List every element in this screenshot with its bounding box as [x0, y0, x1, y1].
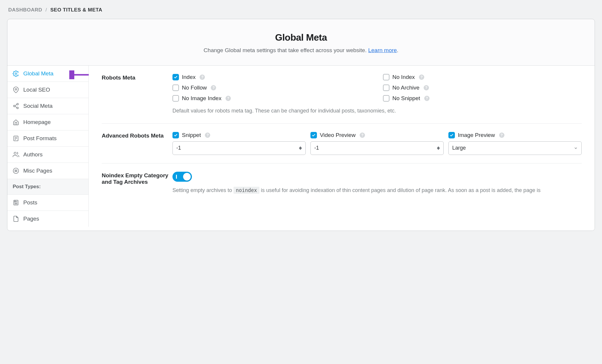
help-icon[interactable]: ? — [499, 133, 504, 138]
page-icon — [13, 216, 19, 222]
stepper-icon[interactable] — [299, 146, 302, 150]
help-icon[interactable]: ? — [205, 133, 210, 138]
checkbox-label: No Snippet — [392, 95, 420, 102]
checkbox-icon — [172, 85, 179, 91]
sidebar-item-label: Local SEO — [23, 87, 50, 93]
sidebar-item-social-meta[interactable]: Social Meta — [7, 98, 88, 114]
help-icon[interactable]: ? — [211, 85, 216, 90]
sidebar-item-label: Post Formats — [23, 135, 57, 142]
learn-more-link[interactable]: Learn more — [368, 47, 397, 53]
snippet-input[interactable]: -1 — [172, 141, 306, 155]
image-preview-select[interactable]: Large — [448, 141, 582, 155]
sidebar-item-authors[interactable]: Authors — [7, 147, 88, 163]
field-value: -1 — [176, 145, 181, 151]
field-value: -1 — [314, 145, 319, 151]
page-subtitle: Change Global meta settings that take ef… — [19, 47, 583, 54]
advanced-robots-row: Advanced Robots Meta Snippet ? -1 — [102, 123, 582, 163]
help-icon[interactable]: ? — [360, 133, 365, 138]
checkbox-icon — [383, 85, 389, 91]
noindex-empty-archives-row: Noindex Empty Category and Tag Archives … — [102, 163, 582, 203]
checkbox-label: No Follow — [182, 85, 207, 91]
checkbox-noarchive[interactable]: No Archive ? — [383, 85, 582, 91]
checkbox-icon — [383, 74, 389, 80]
robots-meta-hint: Default values for robots meta tag. Thes… — [172, 107, 582, 115]
checkbox-index[interactable]: Index ? — [172, 74, 371, 80]
svg-line-6 — [15, 106, 17, 107]
list-icon — [13, 168, 19, 174]
checkbox-label: No Archive — [392, 85, 420, 91]
noindex-empty-toggle[interactable] — [172, 172, 192, 182]
svg-line-5 — [15, 105, 17, 106]
sidebar-item-label: Authors — [23, 151, 42, 158]
checkbox-image-preview[interactable]: Image Preview ? — [448, 132, 582, 138]
chevron-down-icon — [574, 146, 578, 150]
users-icon — [13, 151, 19, 158]
checkbox-icon — [172, 95, 179, 102]
settings-content: Robots Meta Index ? No Index ? — [89, 66, 595, 231]
sidebar-group-post-types: Post Types: — [7, 179, 88, 195]
checkbox-label: No Image Index — [182, 95, 221, 102]
svg-point-0 — [15, 73, 17, 75]
document-icon — [13, 135, 19, 142]
svg-point-11 — [14, 152, 16, 154]
page-title: Global Meta — [19, 32, 583, 43]
checkbox-noindex[interactable]: No Index ? — [383, 74, 582, 80]
checkbox-icon — [172, 74, 179, 80]
breadcrumb-separator: / — [44, 7, 49, 13]
sidebar-item-label: Posts — [23, 199, 37, 206]
sidebar-item-label: Social Meta — [23, 103, 52, 109]
checkbox-icon — [448, 132, 455, 138]
help-icon[interactable]: ? — [424, 96, 430, 101]
sidebar-item-pages[interactable]: Pages — [7, 211, 88, 227]
svg-point-3 — [14, 105, 15, 107]
robots-meta-label: Robots Meta — [102, 74, 171, 115]
sidebar-item-label: Misc Pages — [23, 168, 52, 174]
breadcrumb: DASHBOARD / SEO TITLES & META — [7, 7, 595, 19]
checkbox-label: No Index — [392, 74, 415, 80]
checkbox-label: Snippet — [182, 132, 201, 138]
svg-point-2 — [17, 103, 19, 105]
svg-point-1 — [15, 88, 17, 90]
stepper-icon[interactable] — [437, 146, 440, 150]
share-icon — [13, 103, 19, 109]
home-icon — [13, 119, 19, 125]
settings-card: Global Meta Change Global meta settings … — [7, 19, 595, 231]
checkbox-label: Index — [182, 74, 195, 80]
noindex-empty-label: Noindex Empty Category and Tag Archives — [102, 172, 171, 195]
noindex-empty-note: Setting empty archives to noindex is use… — [172, 186, 582, 195]
checkbox-nofollow[interactable]: No Follow ? — [172, 85, 371, 91]
checkbox-icon — [310, 132, 317, 138]
sidebar-item-posts[interactable]: Posts — [7, 195, 88, 211]
gear-icon — [13, 70, 19, 77]
checkbox-noimageindex[interactable]: No Image Index ? — [172, 95, 371, 102]
help-icon[interactable]: ? — [200, 75, 205, 80]
card-header: Global Meta Change Global meta settings … — [7, 19, 595, 66]
help-icon[interactable]: ? — [424, 85, 429, 90]
help-icon[interactable]: ? — [226, 96, 231, 101]
sidebar-item-post-formats[interactable]: Post Formats — [7, 130, 88, 147]
checkbox-icon — [383, 95, 389, 102]
checkbox-nosnippet[interactable]: No Snippet ? — [383, 95, 582, 102]
breadcrumb-dashboard[interactable]: DASHBOARD — [8, 7, 42, 13]
checkbox-video-preview[interactable]: Video Preview ? — [310, 132, 444, 138]
help-icon[interactable]: ? — [419, 75, 424, 80]
video-preview-input[interactable]: -1 — [310, 141, 444, 155]
post-icon — [13, 199, 19, 206]
sidebar-item-label: Pages — [23, 216, 39, 222]
sidebar-item-homepage[interactable]: Homepage — [7, 114, 88, 130]
field-value: Large — [452, 145, 466, 151]
sidebar-item-local-seo[interactable]: Local SEO — [7, 82, 88, 98]
svg-point-4 — [17, 107, 19, 109]
breadcrumb-current: SEO TITLES & META — [50, 7, 102, 13]
robots-meta-row: Robots Meta Index ? No Index ? — [102, 74, 582, 123]
settings-sidebar: Global Meta Local SEO Social Meta — [7, 66, 89, 227]
checkbox-label: Video Preview — [320, 132, 356, 138]
checkbox-snippet[interactable]: Snippet ? — [172, 132, 306, 138]
sidebar-item-misc-pages[interactable]: Misc Pages — [7, 163, 88, 179]
advanced-robots-label: Advanced Robots Meta — [102, 132, 171, 155]
checkbox-icon — [172, 132, 179, 138]
checkbox-label: Image Preview — [458, 132, 495, 138]
sidebar-item-global-meta[interactable]: Global Meta — [7, 66, 88, 82]
noindex-code: noindex — [233, 187, 259, 194]
sidebar-item-label: Homepage — [23, 119, 51, 125]
